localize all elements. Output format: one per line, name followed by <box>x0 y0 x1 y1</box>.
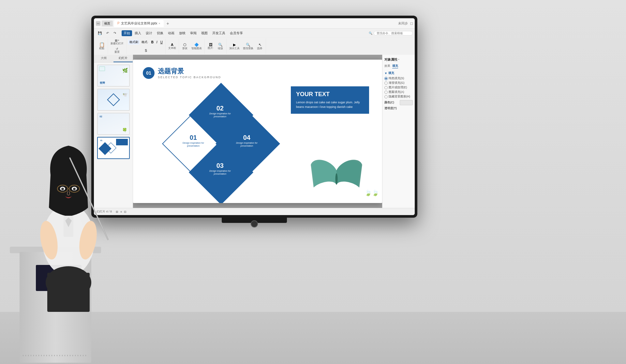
italic-btn[interactable]: I <box>156 40 158 44</box>
quick-redo[interactable]: ↷ <box>112 31 118 36</box>
menu-animation[interactable]: 动画 <box>166 30 176 36</box>
radio-picture-dot <box>384 86 388 89</box>
strikethrough-btn[interactable]: S <box>144 49 148 53</box>
slide-main[interactable]: 01 选题背景 SELECTED TOPIC BACKGROUND <box>133 60 382 203</box>
diamond-01-label: 01 Design inspiration for presentation <box>183 134 204 147</box>
image-icon: 🖼 <box>209 43 213 47</box>
menu-review[interactable]: 审阅 <box>188 30 199 36</box>
panel-tab-fill[interactable]: 填充 <box>392 64 398 68</box>
radio-solid[interactable]: 纯色填充(S) <box>384 77 413 80</box>
status-icons: ⊞ ≡ ⊟ <box>116 210 127 213</box>
status-icon-list[interactable]: ≡ <box>120 210 122 213</box>
diamond-02-label: 02 Design inspiration for presentation <box>209 105 231 118</box>
book-illustration <box>307 148 366 193</box>
slide-thumb-4[interactable]: 01 <box>97 137 130 159</box>
radio-picture[interactable]: 图片或纹理(E) <box>384 86 413 90</box>
title-bar: — 稿页 P 文艺风毕业论文答辩.pptx × + 未同步 □ <box>94 18 415 29</box>
status-icon-grid[interactable]: ⊞ <box>116 210 118 213</box>
thumb-leaf-3: 🍀 <box>122 128 127 132</box>
color-row: 颜色(C) <box>384 100 413 105</box>
radio-gradient[interactable]: 渐变填充(G) <box>384 81 413 85</box>
radio-picture-label: 图片或纹理(E) <box>389 86 407 90</box>
slide-thumb-3[interactable]: 02 🍀 <box>97 113 130 135</box>
fill-label: 填充 <box>388 71 394 75</box>
new-slide-icon: ▦+ <box>115 39 119 42</box>
reset-btn[interactable]: ↺ 重置 <box>112 47 122 54</box>
color-label: 颜色(C) <box>384 101 394 105</box>
lectern-ruler <box>23 355 88 356</box>
select-label: 选择· <box>257 47 263 50</box>
menu-view[interactable]: 视图 <box>199 30 210 36</box>
outline-tab[interactable]: 大纲 <box>94 55 113 62</box>
select-btn[interactable]: ↖ 选择· <box>255 42 264 51</box>
bold-btn[interactable]: B <box>150 40 155 44</box>
slide-canvas[interactable]: 01 选题背景 SELECTED TOPIC BACKGROUND <box>133 55 382 208</box>
zoom-btn[interactable]: 🔍 缩放 <box>216 42 225 51</box>
slides-tab[interactable]: 幻灯片 <box>113 55 133 62</box>
text-box[interactable]: YOUR TEXT Lemon drops oat cake oat cake … <box>291 86 369 114</box>
format-brush-btn[interactable]: 格式刷 <box>128 40 140 45</box>
section-number: 01 <box>146 70 151 76</box>
tab-active[interactable]: P 文艺风毕业论文答辩.pptx × <box>114 20 164 27</box>
radio-pattern-label: 图案填充(A) <box>389 90 404 94</box>
shape-btn[interactable]: ⬡ 形状 <box>180 42 189 51</box>
smartart-icon: 🔷 <box>194 43 199 47</box>
radio-gradient-dot <box>384 81 388 85</box>
textbox-title: YOUR TEXT <box>296 91 364 98</box>
shape-icon: ⬡ <box>183 43 186 47</box>
panel-title: 对象属性 · <box>384 57 413 62</box>
diamond-02-desc1: Design inspiration for <box>209 112 231 115</box>
radio-hide-bg[interactable]: 隐藏背景图形(H) <box>384 95 413 99</box>
title-bar-left: — 稿页 P 文艺风毕业论文答辩.pptx × + <box>96 20 171 27</box>
zoom-icon: 🔍 <box>218 43 223 47</box>
slide-thumb-1[interactable]: 🌿 答辩 <box>97 65 130 87</box>
thumb-bird-2: 🕊️ <box>123 93 127 97</box>
diamond-01-desc2: presentation <box>183 144 204 147</box>
quick-save[interactable]: 💾 <box>96 31 104 36</box>
tab-add-btn[interactable]: + <box>165 21 171 26</box>
quick-undo[interactable]: ↶ <box>104 31 111 36</box>
menu-design[interactable]: 设计 <box>144 30 154 36</box>
menu-insert[interactable]: 插入 <box>133 30 143 36</box>
underline-btn[interactable]: U <box>159 40 164 44</box>
menu-start[interactable]: 开始 <box>122 30 132 36</box>
color-swatch[interactable] <box>400 100 413 105</box>
paste-group: 📋 粘贴 <box>96 38 108 54</box>
menu-transition[interactable]: 切换 <box>155 30 165 36</box>
search-input[interactable] <box>374 31 413 36</box>
fill-arrow: ▼ <box>384 72 387 75</box>
menu-developer[interactable]: 开发工具 <box>210 30 227 36</box>
new-slide-label: 新建幻灯片 <box>111 42 124 45</box>
menu-slideshow[interactable]: 放映 <box>177 30 187 36</box>
layout-btn[interactable]: 格式· <box>141 40 149 45</box>
smartart-btn[interactable]: 🔷 智能图表 <box>190 42 203 51</box>
paste-label: 粘贴 <box>99 47 104 50</box>
new-slide-btn[interactable]: ▦+ 新建幻灯片 <box>109 38 125 46</box>
paste-icon: 📋 <box>99 42 105 47</box>
find-btn[interactable]: 🔍 查找替换 <box>242 42 255 51</box>
toolbar: 📋 粘贴 ▦+ 新建幻灯片 ↺ 重置 格式刷 格式· <box>94 38 415 55</box>
tab-inactive[interactable]: 稿页 <box>102 21 113 26</box>
menu-member[interactable]: 会员专享 <box>228 30 245 36</box>
slide-thumb-2[interactable]: 🕊️ <box>97 89 130 111</box>
present-tools: ▶ 演示工具 🔍 查找替换 ↖ 选择· <box>227 38 266 54</box>
ppt-application: — 稿页 P 文艺风毕业论文答辩.pptx × + 未同步 □ 💾 ↶ <box>94 18 415 215</box>
radio-pattern[interactable]: 图案填充(A) <box>384 90 413 94</box>
slide-header: 01 选题背景 SELECTED TOPIC BACKGROUND <box>143 67 221 79</box>
maximize-btn[interactable]: □ <box>410 21 413 26</box>
present-btn[interactable]: ▶ 演示工具 <box>228 42 241 51</box>
thumb-text-1: 答辩 <box>100 81 105 85</box>
paste-btn[interactable]: 📋 粘贴 <box>97 42 106 51</box>
panel-tab-effects[interactable]: 效果 <box>384 64 390 68</box>
text-box-btn[interactable]: A 文本框 <box>167 42 177 51</box>
monitor-frame: — 稿页 P 文艺风毕业论文答辩.pptx × + 未同步 □ 💾 ↶ <box>91 16 417 218</box>
search-icon: 🔍 <box>369 32 372 35</box>
status-icon-minus[interactable]: ⊟ <box>124 210 127 213</box>
tab-close-btn[interactable]: × <box>158 22 160 25</box>
thumb-deco-1 <box>99 66 105 71</box>
text-box-icon: A <box>171 43 173 47</box>
image-btn[interactable]: 🖼 图片· <box>206 42 215 51</box>
diamond-cluster[interactable]: 01 Design inspiration for presentation 0… <box>162 86 280 203</box>
minimize-btn[interactable]: — <box>96 21 100 26</box>
radio-pattern-dot <box>384 91 388 94</box>
